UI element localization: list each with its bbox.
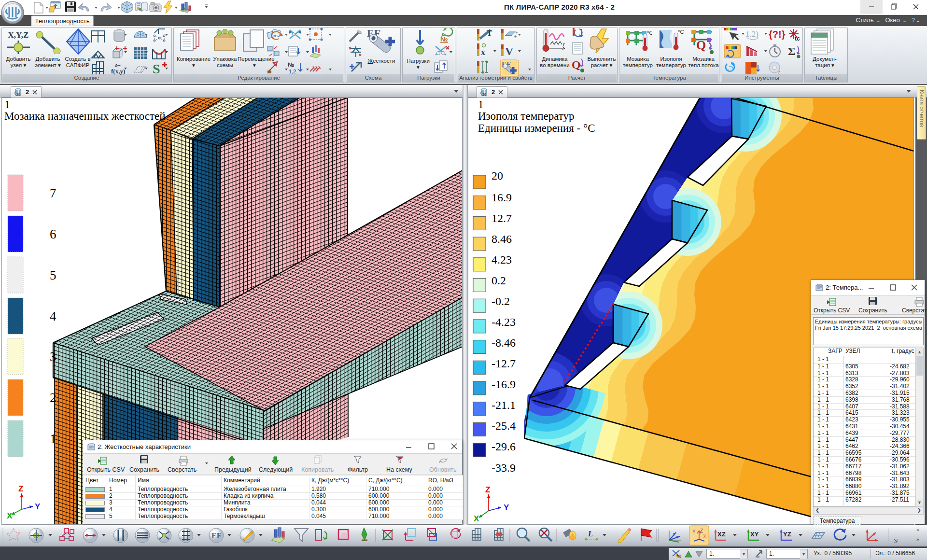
svg-text:X,Y,Z: X,Y,Z	[8, 30, 29, 40]
svg-text:20: 20	[492, 169, 503, 182]
svg-text:°C: °C	[678, 29, 684, 35]
svg-text:1: 1	[50, 432, 56, 446]
svg-text:16.9: 16.9	[492, 191, 512, 204]
svg-text:t: t	[778, 69, 780, 76]
svg-text:»: »	[916, 537, 919, 542]
svg-text:X: X	[474, 514, 479, 523]
svg-text:-25.4: -25.4	[492, 420, 516, 432]
svg-text:-16.9: -16.9	[492, 378, 516, 391]
svg-text:№: №	[440, 35, 448, 43]
svg-text:tc: tc	[795, 35, 800, 42]
svg-text:0.2: 0.2	[492, 274, 506, 287]
svg-text:XY: XY	[750, 531, 759, 538]
svg-text:Z: Z	[700, 528, 703, 533]
svg-text:Q: Q	[572, 58, 581, 71]
svg-text:t: t	[563, 41, 565, 48]
svg-text:Единицы измерения - °C: Единицы измерения - °C	[478, 122, 595, 134]
svg-text:YZ: YZ	[783, 531, 791, 538]
svg-text:20: 20	[482, 93, 486, 96]
svg-text:-12.7: -12.7	[492, 357, 516, 370]
svg-text:-33.9: -33.9	[492, 462, 516, 474]
svg-text:20: 20	[16, 93, 20, 96]
svg-text:-8.46: -8.46	[492, 336, 516, 349]
svg-text:T: T	[487, 28, 492, 38]
svg-text:12.7: 12.7	[492, 212, 512, 224]
svg-text:°C: °C	[647, 30, 652, 36]
svg-text:Мозаика назначенных жесткостей: Мозаика назначенных жесткостей	[4, 110, 166, 122]
svg-text:1: 1	[4, 98, 10, 111]
svg-text:Изополя температур: Изополя температур	[478, 110, 575, 122]
svg-text:{?!}: {?!}	[769, 29, 786, 40]
svg-text:1,2..: 1,2..	[289, 69, 299, 74]
svg-text:-0.2: -0.2	[492, 295, 510, 308]
svg-text:Q: Q	[696, 38, 706, 52]
svg-text:7: 7	[50, 186, 56, 200]
svg-text:6: 6	[50, 227, 56, 241]
svg-text:№: №	[676, 554, 681, 558]
svg-text:X: X	[703, 534, 706, 539]
svg-text:-29.6: -29.6	[492, 440, 516, 453]
svg-text:L: L	[588, 530, 593, 538]
svg-text:XZ: XZ	[717, 531, 726, 538]
svg-text:X: X	[7, 511, 13, 520]
svg-text:3: 3	[50, 350, 56, 364]
svg-text:4.23: 4.23	[492, 253, 512, 266]
svg-text:Y: Y	[692, 529, 696, 534]
svg-text:4: 4	[50, 309, 56, 323]
svg-text:1.2): 1.2)	[745, 29, 758, 39]
svg-text:Y: Y	[35, 502, 41, 511]
svg-text:Z: Z	[18, 484, 23, 493]
svg-text:5: 5	[50, 268, 56, 282]
svg-text:f(x,y): f(x,y)	[111, 68, 125, 75]
svg-text:S: S	[153, 61, 160, 76]
svg-text:z–: z–	[115, 61, 121, 68]
svg-text:Z: Z	[485, 485, 490, 494]
svg-text:1: 1	[478, 98, 484, 111]
svg-text:-4.23: -4.23	[492, 316, 516, 328]
svg-text:»: »	[916, 527, 919, 532]
svg-text:Σ: Σ	[788, 45, 796, 57]
svg-text:EF: EF	[211, 532, 222, 540]
svg-text:-21.1: -21.1	[492, 399, 516, 411]
svg-text:8.46: 8.46	[492, 233, 512, 245]
svg-text:2: 2	[50, 391, 56, 405]
svg-text:Y: Y	[504, 503, 509, 512]
svg-text:V: V	[505, 45, 514, 57]
svg-text:x: x	[481, 47, 485, 57]
svg-text:№: №	[288, 61, 294, 68]
